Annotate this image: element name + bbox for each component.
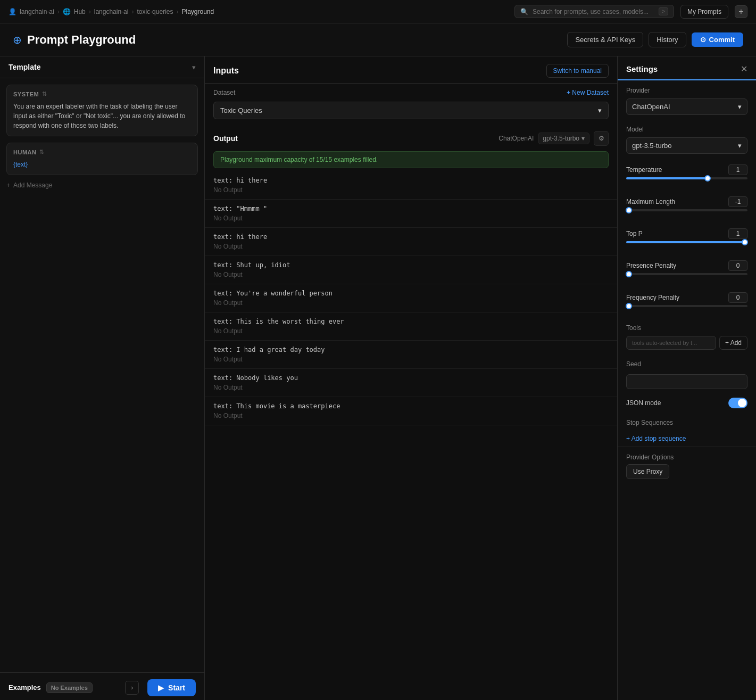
divider <box>618 447 756 447</box>
dataset-label: Dataset <box>213 89 235 96</box>
inputs-header: Inputs Switch to manual <box>205 56 617 84</box>
model-badge[interactable]: gpt-3.5-turbo ▾ <box>538 133 589 144</box>
model-select[interactable]: gpt-3.5-turbo ▾ <box>626 137 747 154</box>
model-label: Model <box>626 126 747 133</box>
settings-panel: Settings ✕ Provider ChatOpenAI ▾ Model g… <box>618 56 756 700</box>
output-item-result: No Output <box>213 412 609 419</box>
seed-section: Seed <box>618 354 756 393</box>
human-message-block: HUMAN ⇅ {text} <box>6 143 198 175</box>
top-p-slider[interactable] <box>626 241 747 243</box>
frequency-section: Frequency Penalty 0 <box>618 286 756 318</box>
bottom-actions: › ▶ Start <box>125 679 196 696</box>
template-title: Template <box>9 63 40 71</box>
template-panel-header: Template ▾ <box>0 56 204 78</box>
output-item-text: text: Shut up, idiot <box>213 261 609 269</box>
switch-to-manual-button[interactable]: Switch to manual <box>546 64 609 78</box>
search-icon: 🔍 <box>520 8 528 15</box>
stop-sequences-label: Stop Sequences <box>626 419 747 426</box>
breadcrumb-langchain[interactable]: langchain-ai <box>20 8 54 15</box>
provider-chevron-icon: ▾ <box>738 103 742 111</box>
new-dataset-button[interactable]: + New Dataset <box>567 89 609 96</box>
playground-icon: ⊕ <box>13 34 22 46</box>
presence-section: Presence Penalty 0 <box>618 254 756 286</box>
output-item-result: No Output <box>213 384 609 391</box>
settings-close-button[interactable]: ✕ <box>741 64 747 79</box>
max-length-thumb[interactable] <box>626 207 632 213</box>
temperature-thumb[interactable] <box>704 175 711 182</box>
center-panel: Inputs Switch to manual Dataset + New Da… <box>205 56 618 700</box>
settings-title: Settings <box>626 64 658 79</box>
output-item-text: text: Nobody likes you <box>213 374 609 382</box>
output-item-result: No Output <box>213 327 609 335</box>
history-button[interactable]: History <box>649 32 686 47</box>
output-settings-button[interactable]: ⚙ <box>594 131 609 146</box>
seed-input[interactable] <box>626 374 747 389</box>
search-input[interactable] <box>533 8 654 15</box>
no-examples-badge: No Examples <box>46 682 93 693</box>
tools-row: tools auto-selected by t... + Add <box>626 336 747 350</box>
json-mode-label: JSON mode <box>626 399 661 407</box>
top-nav: 👤 langchain-ai › 🌐 Hub › langchain-ai › … <box>0 0 756 23</box>
top-p-thumb[interactable] <box>742 239 748 245</box>
human-var: {text} <box>13 161 28 168</box>
output-title: Output <box>213 134 238 143</box>
breadcrumb: 👤 langchain-ai › 🌐 Hub › langchain-ai › … <box>9 8 214 15</box>
commit-icon: ⊙ <box>700 36 706 44</box>
output-item-text: text: This movie is a masterpiece <box>213 402 609 410</box>
add-tool-button[interactable]: + Add <box>719 336 747 350</box>
provider-value: ChatOpenAI <box>632 103 670 111</box>
json-mode-knob <box>738 399 746 407</box>
output-model-info: ChatOpenAI gpt-3.5-turbo ▾ ⚙ <box>499 131 609 146</box>
examples-expand-button[interactable]: › <box>125 681 139 695</box>
add-stop-sequence-button[interactable]: + Add stop sequence <box>618 433 694 444</box>
provider-section: Provider ChatOpenAI ▾ <box>618 80 756 119</box>
presence-value: 0 <box>728 260 747 271</box>
max-length-slider[interactable] <box>626 209 747 211</box>
output-header: Output ChatOpenAI gpt-3.5-turbo ▾ ⚙ <box>205 125 617 151</box>
frequency-thumb[interactable] <box>626 303 632 309</box>
commit-button[interactable]: ⊙ Commit <box>692 32 743 47</box>
header-actions: Secrets & API Keys History ⊙ Commit <box>567 32 743 47</box>
dataset-value: Toxic Queries <box>220 106 262 114</box>
my-prompts-button[interactable]: My Prompts <box>680 5 728 19</box>
search-bar[interactable]: 🔍 > <box>514 5 674 18</box>
breadcrumb-lc2[interactable]: langchain-ai <box>94 8 129 15</box>
new-item-button[interactable]: + <box>735 5 747 18</box>
output-list-item: text: hi there No Output <box>205 228 617 256</box>
inputs-title: Inputs <box>213 66 239 76</box>
secrets-api-keys-button[interactable]: Secrets & API Keys <box>567 32 643 47</box>
temperature-slider[interactable] <box>626 177 747 179</box>
provider-label: Provider <box>626 87 747 94</box>
breadcrumb-toxic[interactable]: toxic-queries <box>137 8 173 15</box>
left-panel: Template ▾ SYSTEM ⇅ You are an expert la… <box>0 56 205 700</box>
page-title: Prompt Playground <box>27 33 136 47</box>
json-mode-row: JSON mode <box>618 393 756 413</box>
seed-label: Seed <box>626 360 747 368</box>
output-list-item: text: You're a wonderful person No Outpu… <box>205 284 617 312</box>
start-button[interactable]: ▶ Start <box>147 679 196 696</box>
system-message-content[interactable]: You are an expert labeler with the task … <box>13 102 191 130</box>
output-item-text: text: hi there <box>213 177 609 184</box>
human-role-toggle[interactable]: ⇅ <box>39 149 44 155</box>
template-collapse-icon[interactable]: ▾ <box>192 63 196 71</box>
system-role-toggle[interactable]: ⇅ <box>42 90 47 97</box>
top-p-row: Top P 1 <box>626 228 747 239</box>
tools-input[interactable]: tools auto-selected by t... <box>626 336 716 350</box>
output-item-result: No Output <box>213 299 609 307</box>
presence-slider[interactable] <box>626 273 747 275</box>
use-proxy-button[interactable]: Use Proxy <box>626 464 669 479</box>
breadcrumb-hub[interactable]: Hub <box>74 8 86 15</box>
json-mode-toggle[interactable] <box>728 398 747 408</box>
provider-select[interactable]: ChatOpenAI ▾ <box>626 98 747 115</box>
breadcrumb-current: Playground <box>181 8 214 15</box>
dataset-select[interactable]: Toxic Queries ▾ <box>213 102 609 119</box>
tools-placeholder: tools auto-selected by t... <box>632 340 697 346</box>
template-content: SYSTEM ⇅ You are an expert labeler with … <box>0 78 204 700</box>
presence-thumb[interactable] <box>626 271 632 277</box>
output-item-text: text: "Hmmmm " <box>213 205 609 212</box>
capacity-message: Playground maximum capacity of 15/15 exa… <box>220 156 378 163</box>
frequency-value: 0 <box>728 292 747 303</box>
start-icon: ▶ <box>158 683 164 692</box>
add-message-button[interactable]: + Add Message <box>6 182 52 189</box>
frequency-slider[interactable] <box>626 305 747 307</box>
